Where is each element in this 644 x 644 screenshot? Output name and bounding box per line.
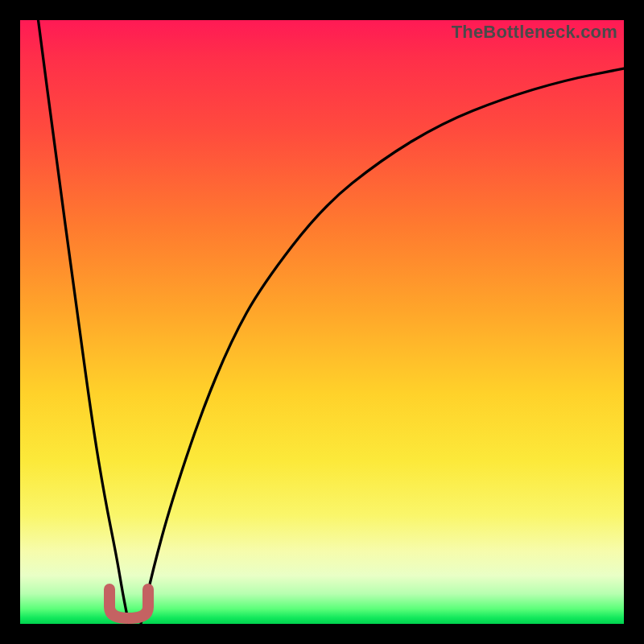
valley-u-marker <box>109 589 148 618</box>
right-branch-curve <box>141 68 624 624</box>
attribution-text: TheBottleneck.com <box>452 22 617 43</box>
chart-frame: TheBottleneck.com <box>0 0 644 644</box>
plot-area: TheBottleneck.com <box>20 20 624 624</box>
curve-layer <box>20 20 624 624</box>
left-branch-curve <box>39 20 130 624</box>
